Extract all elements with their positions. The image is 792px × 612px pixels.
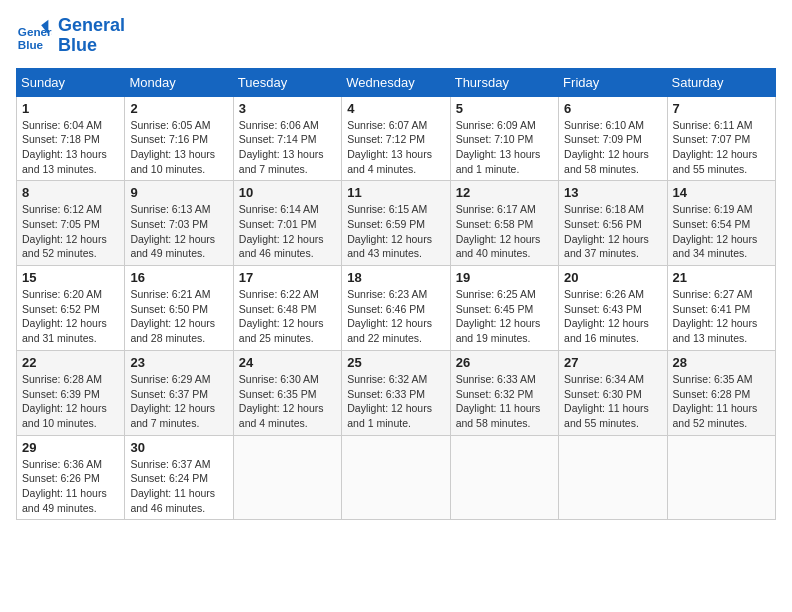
day-info: Sunrise: 6:14 AM Sunset: 7:01 PM Dayligh…	[239, 202, 336, 261]
col-header-sunday: Sunday	[17, 68, 125, 96]
day-info: Sunrise: 6:23 AM Sunset: 6:46 PM Dayligh…	[347, 287, 444, 346]
day-info: Sunrise: 6:35 AM Sunset: 6:28 PM Dayligh…	[673, 372, 770, 431]
day-number: 5	[456, 101, 553, 116]
calendar-cell: 17Sunrise: 6:22 AM Sunset: 6:48 PM Dayli…	[233, 266, 341, 351]
calendar-cell: 8Sunrise: 6:12 AM Sunset: 7:05 PM Daylig…	[17, 181, 125, 266]
day-number: 9	[130, 185, 227, 200]
calendar-cell: 5Sunrise: 6:09 AM Sunset: 7:10 PM Daylig…	[450, 96, 558, 181]
calendar-cell	[450, 435, 558, 520]
calendar-cell: 26Sunrise: 6:33 AM Sunset: 6:32 PM Dayli…	[450, 350, 558, 435]
day-info: Sunrise: 6:17 AM Sunset: 6:58 PM Dayligh…	[456, 202, 553, 261]
day-number: 16	[130, 270, 227, 285]
svg-text:Blue: Blue	[18, 37, 44, 50]
day-info: Sunrise: 6:11 AM Sunset: 7:07 PM Dayligh…	[673, 118, 770, 177]
calendar-week-1: 1Sunrise: 6:04 AM Sunset: 7:18 PM Daylig…	[17, 96, 776, 181]
calendar-cell: 22Sunrise: 6:28 AM Sunset: 6:39 PM Dayli…	[17, 350, 125, 435]
calendar-week-5: 29Sunrise: 6:36 AM Sunset: 6:26 PM Dayli…	[17, 435, 776, 520]
calendar-cell: 9Sunrise: 6:13 AM Sunset: 7:03 PM Daylig…	[125, 181, 233, 266]
calendar-week-4: 22Sunrise: 6:28 AM Sunset: 6:39 PM Dayli…	[17, 350, 776, 435]
day-number: 20	[564, 270, 661, 285]
day-info: Sunrise: 6:33 AM Sunset: 6:32 PM Dayligh…	[456, 372, 553, 431]
day-number: 2	[130, 101, 227, 116]
day-info: Sunrise: 6:20 AM Sunset: 6:52 PM Dayligh…	[22, 287, 119, 346]
day-number: 4	[347, 101, 444, 116]
day-info: Sunrise: 6:27 AM Sunset: 6:41 PM Dayligh…	[673, 287, 770, 346]
col-header-wednesday: Wednesday	[342, 68, 450, 96]
day-info: Sunrise: 6:13 AM Sunset: 7:03 PM Dayligh…	[130, 202, 227, 261]
day-info: Sunrise: 6:29 AM Sunset: 6:37 PM Dayligh…	[130, 372, 227, 431]
day-number: 19	[456, 270, 553, 285]
calendar-cell: 28Sunrise: 6:35 AM Sunset: 6:28 PM Dayli…	[667, 350, 775, 435]
day-number: 21	[673, 270, 770, 285]
calendar-cell: 14Sunrise: 6:19 AM Sunset: 6:54 PM Dayli…	[667, 181, 775, 266]
day-number: 8	[22, 185, 119, 200]
calendar-cell: 2Sunrise: 6:05 AM Sunset: 7:16 PM Daylig…	[125, 96, 233, 181]
day-info: Sunrise: 6:37 AM Sunset: 6:24 PM Dayligh…	[130, 457, 227, 516]
day-number: 1	[22, 101, 119, 116]
calendar-cell	[233, 435, 341, 520]
calendar-cell: 20Sunrise: 6:26 AM Sunset: 6:43 PM Dayli…	[559, 266, 667, 351]
day-number: 14	[673, 185, 770, 200]
day-number: 17	[239, 270, 336, 285]
day-number: 28	[673, 355, 770, 370]
day-number: 25	[347, 355, 444, 370]
page-header: General Blue General Blue	[16, 16, 776, 56]
day-number: 6	[564, 101, 661, 116]
day-info: Sunrise: 6:18 AM Sunset: 6:56 PM Dayligh…	[564, 202, 661, 261]
day-number: 26	[456, 355, 553, 370]
day-number: 29	[22, 440, 119, 455]
day-info: Sunrise: 6:32 AM Sunset: 6:33 PM Dayligh…	[347, 372, 444, 431]
col-header-saturday: Saturday	[667, 68, 775, 96]
calendar-cell: 24Sunrise: 6:30 AM Sunset: 6:35 PM Dayli…	[233, 350, 341, 435]
calendar-cell: 27Sunrise: 6:34 AM Sunset: 6:30 PM Dayli…	[559, 350, 667, 435]
calendar-cell: 6Sunrise: 6:10 AM Sunset: 7:09 PM Daylig…	[559, 96, 667, 181]
calendar-cell: 13Sunrise: 6:18 AM Sunset: 6:56 PM Dayli…	[559, 181, 667, 266]
day-info: Sunrise: 6:07 AM Sunset: 7:12 PM Dayligh…	[347, 118, 444, 177]
day-info: Sunrise: 6:28 AM Sunset: 6:39 PM Dayligh…	[22, 372, 119, 431]
day-info: Sunrise: 6:10 AM Sunset: 7:09 PM Dayligh…	[564, 118, 661, 177]
calendar-cell: 1Sunrise: 6:04 AM Sunset: 7:18 PM Daylig…	[17, 96, 125, 181]
day-number: 10	[239, 185, 336, 200]
calendar-week-2: 8Sunrise: 6:12 AM Sunset: 7:05 PM Daylig…	[17, 181, 776, 266]
calendar-cell: 23Sunrise: 6:29 AM Sunset: 6:37 PM Dayli…	[125, 350, 233, 435]
day-info: Sunrise: 6:36 AM Sunset: 6:26 PM Dayligh…	[22, 457, 119, 516]
day-number: 13	[564, 185, 661, 200]
day-info: Sunrise: 6:05 AM Sunset: 7:16 PM Dayligh…	[130, 118, 227, 177]
calendar-cell: 21Sunrise: 6:27 AM Sunset: 6:41 PM Dayli…	[667, 266, 775, 351]
day-number: 12	[456, 185, 553, 200]
logo-icon: General Blue	[16, 18, 52, 54]
day-info: Sunrise: 6:34 AM Sunset: 6:30 PM Dayligh…	[564, 372, 661, 431]
day-info: Sunrise: 6:12 AM Sunset: 7:05 PM Dayligh…	[22, 202, 119, 261]
calendar-cell	[667, 435, 775, 520]
day-info: Sunrise: 6:22 AM Sunset: 6:48 PM Dayligh…	[239, 287, 336, 346]
calendar-body: 1Sunrise: 6:04 AM Sunset: 7:18 PM Daylig…	[17, 96, 776, 520]
calendar-cell	[342, 435, 450, 520]
calendar-cell: 29Sunrise: 6:36 AM Sunset: 6:26 PM Dayli…	[17, 435, 125, 520]
day-number: 30	[130, 440, 227, 455]
calendar-cell	[559, 435, 667, 520]
day-number: 7	[673, 101, 770, 116]
day-info: Sunrise: 6:26 AM Sunset: 6:43 PM Dayligh…	[564, 287, 661, 346]
calendar-cell: 30Sunrise: 6:37 AM Sunset: 6:24 PM Dayli…	[125, 435, 233, 520]
calendar-cell: 19Sunrise: 6:25 AM Sunset: 6:45 PM Dayli…	[450, 266, 558, 351]
calendar-table: SundayMondayTuesdayWednesdayThursdayFrid…	[16, 68, 776, 521]
day-number: 11	[347, 185, 444, 200]
day-info: Sunrise: 6:21 AM Sunset: 6:50 PM Dayligh…	[130, 287, 227, 346]
col-header-tuesday: Tuesday	[233, 68, 341, 96]
day-info: Sunrise: 6:25 AM Sunset: 6:45 PM Dayligh…	[456, 287, 553, 346]
calendar-cell: 7Sunrise: 6:11 AM Sunset: 7:07 PM Daylig…	[667, 96, 775, 181]
day-info: Sunrise: 6:15 AM Sunset: 6:59 PM Dayligh…	[347, 202, 444, 261]
calendar-cell: 11Sunrise: 6:15 AM Sunset: 6:59 PM Dayli…	[342, 181, 450, 266]
day-number: 3	[239, 101, 336, 116]
calendar-cell: 18Sunrise: 6:23 AM Sunset: 6:46 PM Dayli…	[342, 266, 450, 351]
calendar-cell: 25Sunrise: 6:32 AM Sunset: 6:33 PM Dayli…	[342, 350, 450, 435]
col-header-thursday: Thursday	[450, 68, 558, 96]
col-header-friday: Friday	[559, 68, 667, 96]
calendar-cell: 16Sunrise: 6:21 AM Sunset: 6:50 PM Dayli…	[125, 266, 233, 351]
day-info: Sunrise: 6:09 AM Sunset: 7:10 PM Dayligh…	[456, 118, 553, 177]
calendar-cell: 4Sunrise: 6:07 AM Sunset: 7:12 PM Daylig…	[342, 96, 450, 181]
day-number: 22	[22, 355, 119, 370]
day-info: Sunrise: 6:19 AM Sunset: 6:54 PM Dayligh…	[673, 202, 770, 261]
calendar-cell: 3Sunrise: 6:06 AM Sunset: 7:14 PM Daylig…	[233, 96, 341, 181]
calendar-cell: 15Sunrise: 6:20 AM Sunset: 6:52 PM Dayli…	[17, 266, 125, 351]
